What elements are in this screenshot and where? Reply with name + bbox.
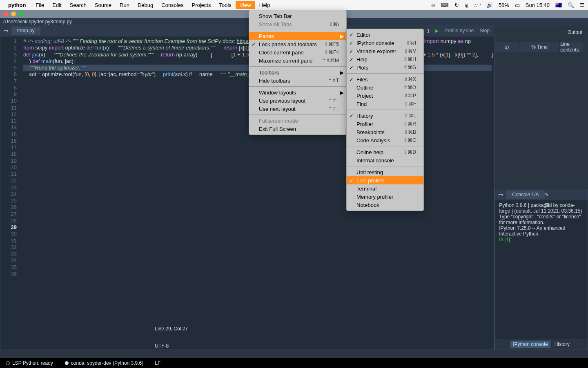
panes-submenu: ✓Editor✓IPython console⇧⌘I✓Variable expl…: [346, 29, 424, 211]
menu-tools[interactable]: Tools: [215, 1, 235, 9]
view-item-window-layouts[interactable]: Window layouts▶: [249, 88, 346, 96]
panes-item-editor[interactable]: ✓Editor: [347, 31, 423, 39]
view-item-show-all-tabs: Show All Tabs⇧⌘\: [249, 20, 346, 28]
cursor-position: Line 29, Col 27: [155, 326, 582, 332]
menu-view[interactable]: View: [236, 1, 255, 9]
col-pct-time[interactable]: % Time: [519, 42, 560, 52]
view-item-maximize-current-pane[interactable]: Maximize current pane⌃⇧⌘M: [249, 56, 346, 65]
panes-item-profiler[interactable]: Profiler⇧⌘R: [347, 120, 423, 128]
panes-item-files[interactable]: ✓Files⇧⌘X: [347, 75, 423, 83]
bluetooth-icon[interactable]: ⚼: [465, 2, 468, 8]
panes-item-unit-testing[interactable]: Unit testing: [347, 168, 423, 176]
menu-source[interactable]: Source: [91, 1, 116, 9]
view-item-close-current-pane[interactable]: Close current pane⇧⌘F4: [249, 48, 346, 56]
clock-icon[interactable]: ↻: [454, 2, 459, 8]
view-item-toolbars[interactable]: Toolbars▶: [249, 68, 346, 76]
flag-icon[interactable]: 🇦🇺: [555, 2, 562, 8]
view-item-exit-full-screen[interactable]: Exit Full Screen: [249, 125, 346, 133]
output-label: Output: [568, 29, 582, 35]
battery-icon[interactable]: ▭: [515, 2, 520, 8]
control-center-icon[interactable]: ☰: [580, 2, 585, 8]
view-item-lock-panes-and-toolbars[interactable]: ✓Lock panes and toolbars⇧⌘F5: [249, 40, 346, 48]
view-menu: Show Tab BarShow All Tabs⇧⌘\Panes▶✓Lock …: [249, 10, 347, 135]
menu-run[interactable]: Run: [116, 1, 134, 9]
encoding: UTF-8: [155, 343, 582, 349]
view-item-use-previous-layout[interactable]: Use previous layout⌃⇧↑: [249, 96, 346, 105]
panes-item-memory-profiler[interactable]: Memory profiler: [347, 193, 423, 201]
panes-item-terminal[interactable]: Terminal: [347, 184, 423, 193]
panes-item-ipython-console[interactable]: ✓IPython console⇧⌘I: [347, 39, 423, 47]
profile-button[interactable]: Profile by line: [444, 28, 474, 34]
col-s[interactable]: s): [494, 42, 519, 52]
panes-item-notebook[interactable]: Notebook: [347, 201, 423, 209]
profiler-table-header: s) % Time Line contents: [494, 42, 584, 52]
panes-item-help[interactable]: ✓Help⇧⌘H: [347, 55, 423, 63]
panes-item-project[interactable]: Project⇧⌘P: [347, 92, 423, 100]
keyboard-icon[interactable]: ⌨︎: [441, 2, 449, 8]
lsp-status[interactable]: ⬡ LSP Python: ready: [6, 360, 53, 366]
menu-file[interactable]: File: [31, 1, 48, 9]
col-line-contents[interactable]: Line contents: [560, 42, 584, 52]
panes-item-outline[interactable]: Outline⇧⌘O: [347, 83, 423, 92]
console-list-icon[interactable]: ▭: [495, 192, 506, 198]
panes-item-internal-console[interactable]: Internal console: [347, 156, 423, 164]
menubar-status: ∞ ⌨︎ ↻ ⚼ ⸫⸪ 🔊 56% ▭ Sun 15:40 🇦🇺 🔍 ☰: [431, 2, 585, 8]
view-item-hide-toolbars[interactable]: Hide toolbars⌃⇧T: [249, 76, 346, 85]
menu-debug[interactable]: Debug: [134, 1, 157, 9]
clock-text: Sun 15:40: [526, 2, 550, 8]
infinity-icon[interactable]: ∞: [431, 2, 435, 8]
volume-icon[interactable]: 🔊: [486, 2, 493, 8]
view-item-fullscreen-mode: Fullscreen mode: [249, 117, 346, 125]
env-status[interactable]: ⬢ conda: spyder-dev (Python 3.9.6): [65, 360, 143, 366]
panes-item-history[interactable]: ✓History⇧⌘L: [347, 112, 423, 120]
view-item-show-tab-bar[interactable]: Show Tab Bar: [249, 12, 346, 20]
panes-item-find[interactable]: Find⇧⌘F: [347, 100, 423, 108]
status-bar: ⬡ LSP Python: ready ⬢ conda: spyder-dev …: [0, 358, 588, 368]
view-item-use-next-layout[interactable]: Use next layout⌃⇧↓: [249, 105, 346, 113]
panes-item-online-help[interactable]: Online help⇧⌘D: [347, 148, 423, 156]
close-window-icon[interactable]: [3, 11, 8, 16]
spotlight-icon[interactable]: 🔍: [568, 2, 574, 8]
wifi-icon[interactable]: ⸫⸪: [474, 2, 481, 8]
macos-menubar: python FileEditSearchSourceRunDebugConso…: [0, 0, 588, 10]
menu-search[interactable]: Search: [66, 1, 91, 9]
menu-edit[interactable]: Edit: [48, 1, 65, 9]
stop-button[interactable]: Stop: [480, 28, 490, 34]
tab-list-icon[interactable]: ▭: [0, 28, 11, 34]
console-output[interactable]: Python 3.9.6 | packaged by conda-forge |…: [495, 200, 588, 339]
minimize-window-icon[interactable]: [11, 11, 16, 16]
zoom-window-icon[interactable]: [19, 11, 24, 16]
app-name[interactable]: python: [8, 2, 26, 8]
profiler-pane: Output s) % Time Line contents lotsFiles…: [494, 25, 588, 189]
panes-item-variable-explorer[interactable]: ✓Variable explorer⇧⌘V: [347, 47, 423, 55]
editor-tab[interactable]: temp.py: [11, 27, 40, 35]
book-icon[interactable]: ▯: [426, 28, 429, 34]
panes-item-breakpoints[interactable]: Breakpoints⇧⌘B: [347, 128, 423, 136]
battery-percent: 56%: [499, 2, 509, 8]
menu-consoles[interactable]: Consoles: [157, 1, 187, 9]
eol: LF: [155, 360, 582, 366]
menu-help[interactable]: Help: [255, 1, 274, 9]
console-clear-icon[interactable]: ✎: [545, 192, 583, 198]
view-item-panes[interactable]: Panes▶: [249, 32, 346, 40]
console-tab[interactable]: Console 1/A: [506, 191, 544, 199]
panes-item-line-profiler[interactable]: ✓Line profiler: [347, 176, 423, 184]
panes-item-plots[interactable]: ✓Plots⇧⌘G: [347, 63, 423, 72]
play-icon[interactable]: ▶: [435, 28, 439, 34]
menu-projects[interactable]: Projects: [187, 1, 215, 9]
panes-item-code-analysis[interactable]: Code Analysis⇧⌘C: [347, 136, 423, 144]
